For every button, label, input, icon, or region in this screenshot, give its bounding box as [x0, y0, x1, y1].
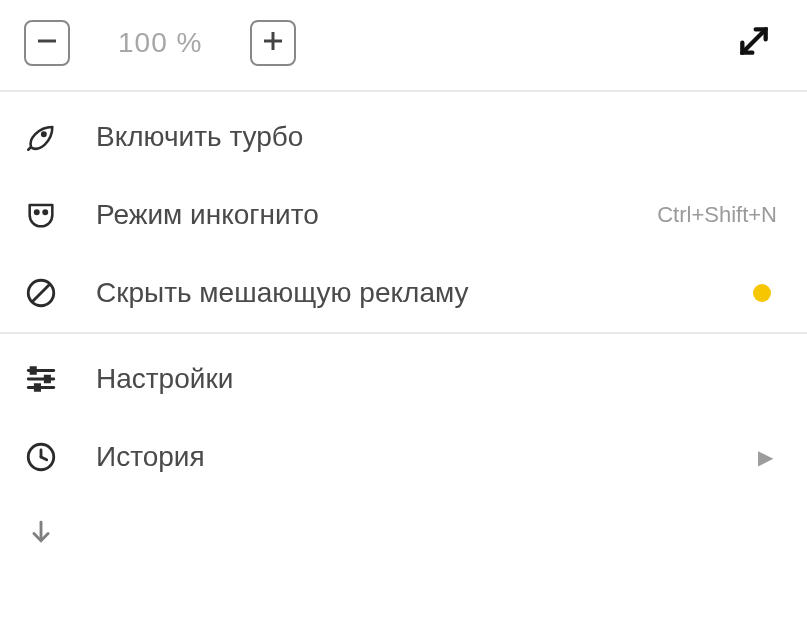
svg-point-6 [44, 210, 47, 213]
menu-item-label: Скрыть мешающую рекламу [96, 277, 469, 309]
svg-point-5 [35, 210, 38, 213]
menu-item-label: Включить турбо [96, 121, 303, 153]
expand-icon [734, 21, 774, 65]
menu-item-label: История [96, 441, 205, 473]
block-icon [24, 276, 68, 310]
menu-item-downloads[interactable] [0, 496, 807, 552]
chevron-right-icon: ▶ [758, 445, 773, 469]
menu-item-turbo[interactable]: Включить турбо [0, 92, 807, 176]
fullscreen-button[interactable] [731, 20, 777, 66]
clock-icon [24, 440, 68, 474]
download-icon [24, 518, 68, 552]
plus-icon [261, 29, 285, 57]
svg-line-8 [33, 285, 50, 302]
svg-rect-12 [31, 368, 35, 374]
shortcut-label: Ctrl+Shift+N [657, 202, 777, 228]
zoom-controls: 100 % [0, 0, 807, 92]
svg-rect-14 [35, 385, 39, 391]
zoom-out-button[interactable] [24, 20, 70, 66]
menu-item-settings[interactable]: Настройки [0, 334, 807, 418]
svg-point-4 [42, 132, 45, 135]
zoom-in-button[interactable] [250, 20, 296, 66]
rocket-icon [24, 120, 68, 154]
zoom-level-label: 100 % [118, 27, 202, 59]
browser-menu: 100 % [0, 0, 807, 552]
minus-icon [35, 29, 59, 57]
svg-line-17 [41, 457, 47, 460]
menu-item-history[interactable]: История ▶ [0, 418, 807, 496]
svg-rect-13 [45, 376, 49, 382]
menu-item-incognito[interactable]: Режим инкогнито Ctrl+Shift+N [0, 176, 807, 254]
svg-line-3 [742, 29, 765, 52]
status-dot-icon [753, 284, 771, 302]
mask-icon [24, 198, 68, 232]
menu-item-hide-ads[interactable]: Скрыть мешающую рекламу [0, 254, 807, 334]
sliders-icon [24, 362, 68, 396]
menu-item-label: Настройки [96, 363, 233, 395]
menu-item-label: Режим инкогнито [96, 199, 319, 231]
